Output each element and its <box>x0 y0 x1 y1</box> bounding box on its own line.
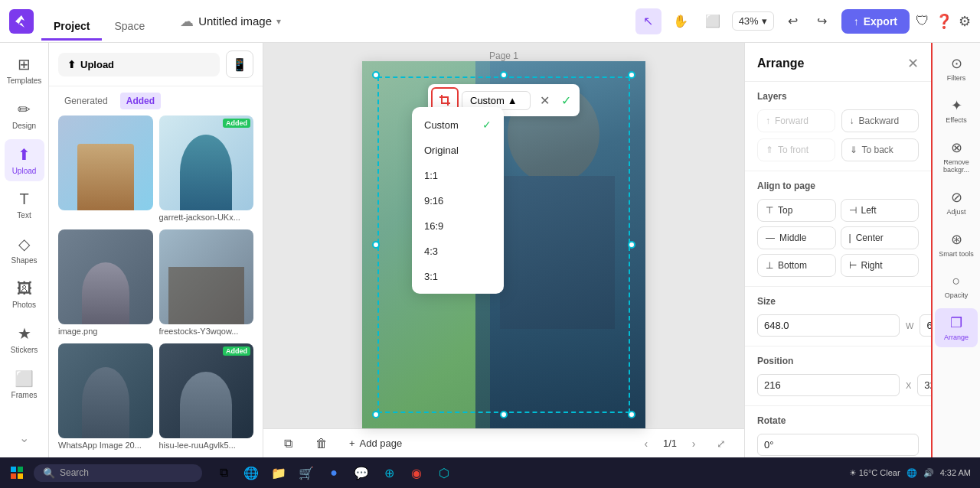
image-thumb-5[interactable]: Added <box>159 343 254 438</box>
page-label: Page 1 <box>263 50 744 61</box>
canvas-workspace[interactable]: Custom ▲ ✕ ✓ Custom ✓ Original 1:1 <box>263 61 744 428</box>
opacity-label: Opacity <box>945 291 969 299</box>
tab-generated[interactable]: Generated <box>58 93 114 109</box>
sidebar-item-templates[interactable]: ⊞ Templates <box>5 49 44 91</box>
settings-icon[interactable]: ⚙ <box>959 13 971 30</box>
title-chevron-icon[interactable]: ▾ <box>276 16 281 27</box>
frame-tool-button[interactable]: ⬜ <box>700 8 726 34</box>
sidebar-item-photos[interactable]: 🖼 Photos <box>5 274 44 315</box>
upload-button[interactable]: ⬆ Upload <box>58 53 220 76</box>
taskbar-app-explorer[interactable]: 📁 <box>266 460 291 485</box>
image-thumb-4[interactable] <box>58 343 153 438</box>
remove-bg-label: Remove backgr... <box>938 158 975 174</box>
crop-option-custom[interactable]: Custom ✓ <box>412 112 504 138</box>
rotate-input[interactable] <box>757 434 919 456</box>
width-input[interactable] <box>757 314 900 337</box>
crop-option-original[interactable]: Original <box>412 138 504 163</box>
taskbar-app-canva[interactable]: ⬡ <box>432 460 456 485</box>
shield-icon[interactable]: 🛡 <box>916 13 929 29</box>
forward-button[interactable]: ↑ Forward <box>757 109 835 132</box>
to-back-button[interactable]: ⇓ To back <box>841 138 920 161</box>
upload-icon: ⬆ <box>18 145 31 164</box>
photos-icon: 🖼 <box>17 280 32 298</box>
zoom-control[interactable]: 43% ▾ <box>732 11 774 31</box>
sidebar-item-frames[interactable]: ⬜ Frames <box>5 363 44 405</box>
copy-button[interactable]: ⧉ <box>276 431 300 456</box>
sidebar-item-stickers[interactable]: ★ Stickers <box>5 318 44 360</box>
far-right-arrange[interactable]: ❐ Arrange <box>935 308 978 347</box>
taskbar-app-extra[interactable]: ⊕ <box>377 460 401 485</box>
document-title[interactable]: Untitled image <box>198 15 272 28</box>
taskbar-app-taskview[interactable]: ⧉ <box>211 460 236 485</box>
nav-space[interactable]: Space <box>102 14 157 41</box>
app-logo[interactable] <box>9 9 34 34</box>
backward-button[interactable]: ↓ Backward <box>841 109 920 132</box>
sidebar-item-shapes[interactable]: ◇ Shapes <box>5 229 44 271</box>
network-icon[interactable]: 🌐 <box>906 468 917 478</box>
arrange-panel: Arrange ✕ Layers ↑ Forward ↓ Backward ⇑ … <box>744 43 931 457</box>
crop-option-16-9[interactable]: 16:9 <box>412 213 504 239</box>
sidebar-item-upload[interactable]: ⬆ Upload <box>5 139 44 181</box>
far-right-opacity[interactable]: ○ Opacity <box>935 267 978 305</box>
align-right-button[interactable]: ⊢ Right <box>841 254 920 277</box>
arrange-close-icon[interactable]: ✕ <box>907 55 919 72</box>
image-thumb-2[interactable] <box>58 229 153 324</box>
crop-option-9-16[interactable]: 9:16 <box>412 188 504 213</box>
x-input[interactable] <box>757 374 900 396</box>
align-left-button[interactable]: ⊣ Left <box>841 199 920 222</box>
crop-confirm-button[interactable]: ✓ <box>555 89 577 111</box>
undo-button[interactable]: ↩ <box>780 8 806 34</box>
far-right-panel: ⊙ Filters ✦ Effects ⊗ Remove backgr... ⊘… <box>931 43 980 457</box>
page-nav: ‹ 1/1 › ⤢ <box>635 433 732 454</box>
phone-upload-button[interactable]: 📱 <box>226 50 253 78</box>
far-right-smart-tools[interactable]: ⊛ Smart tools <box>935 225 978 264</box>
taskbar-app-chrome[interactable]: ● <box>322 460 346 485</box>
sidebar-item-design[interactable]: ✏ Design <box>5 94 44 136</box>
far-right-filters[interactable]: ⊙ Filters <box>935 49 978 88</box>
nav-project[interactable]: Project <box>41 14 102 41</box>
align-middle-button[interactable]: — Middle <box>757 226 836 249</box>
sidebar-collapse-icon[interactable]: ⌄ <box>19 431 29 445</box>
crop-option-3-1[interactable]: 3:1 <box>412 264 504 289</box>
phone-icon: 📱 <box>232 57 247 72</box>
far-right-effects[interactable]: ✦ Effects <box>935 91 978 130</box>
taskbar-app-store[interactable]: 🛒 <box>294 460 318 485</box>
help-icon[interactable]: ❓ <box>936 13 952 30</box>
adjust-icon: ⊘ <box>951 189 962 206</box>
start-button[interactable] <box>3 459 31 486</box>
add-page-button[interactable]: + Add page <box>343 434 408 452</box>
tab-added[interactable]: Added <box>120 93 161 109</box>
image-thumb-0[interactable] <box>58 115 153 210</box>
align-bottom-icon: ⊥ <box>766 260 773 271</box>
align-top-button[interactable]: ⊤ Top <box>757 199 836 222</box>
export-button[interactable]: ↑ Export <box>841 9 910 34</box>
expand-button[interactable]: ⤢ <box>710 433 732 454</box>
hand-tool-button[interactable]: ✋ <box>668 8 694 34</box>
crop-option-4-3[interactable]: 4:3 <box>412 239 504 264</box>
align-bottom-button[interactable]: ⊥ Bottom <box>757 254 836 277</box>
prev-page-button[interactable]: ‹ <box>635 433 657 454</box>
canvas-bottom: ⧉ 🗑 + Add page ‹ 1/1 › ⤢ <box>263 428 744 457</box>
taskbar-app-chrome2[interactable]: ◉ <box>404 460 429 485</box>
smart-tools-label: Smart tools <box>939 250 974 258</box>
crop-option-1-1[interactable]: 1:1 <box>412 163 504 188</box>
image-thumb-3[interactable] <box>159 229 254 324</box>
redo-button[interactable]: ↪ <box>809 8 835 34</box>
photos-label: Photos <box>12 301 36 309</box>
align-title: Align to page <box>757 181 919 191</box>
sidebar-item-text[interactable]: T Text <box>5 184 44 226</box>
image-thumb-1[interactable]: Added <box>159 115 254 210</box>
delete-button[interactable]: 🗑 <box>309 431 334 456</box>
taskbar-app-whatsapp[interactable]: 💬 <box>349 460 374 485</box>
to-front-button[interactable]: ⇑ To front <box>757 138 835 161</box>
taskbar-search[interactable]: 🔍 Search <box>34 464 202 482</box>
align-grid: ⊤ Top ⊣ Left — Middle | Center ⊥ Botto <box>757 199 919 277</box>
volume-icon[interactable]: 🔊 <box>923 468 934 478</box>
taskbar-app-edge[interactable]: 🌐 <box>239 460 263 485</box>
align-center-button[interactable]: | Center <box>841 226 920 249</box>
next-page-button[interactable]: › <box>683 433 704 454</box>
far-right-remove-bg[interactable]: ⊗ Remove backgr... <box>935 133 978 180</box>
select-tool-button[interactable]: ↖ <box>635 8 662 34</box>
far-right-adjust[interactable]: ⊘ Adjust <box>935 183 978 222</box>
crop-close-button[interactable]: ✕ <box>534 89 555 111</box>
